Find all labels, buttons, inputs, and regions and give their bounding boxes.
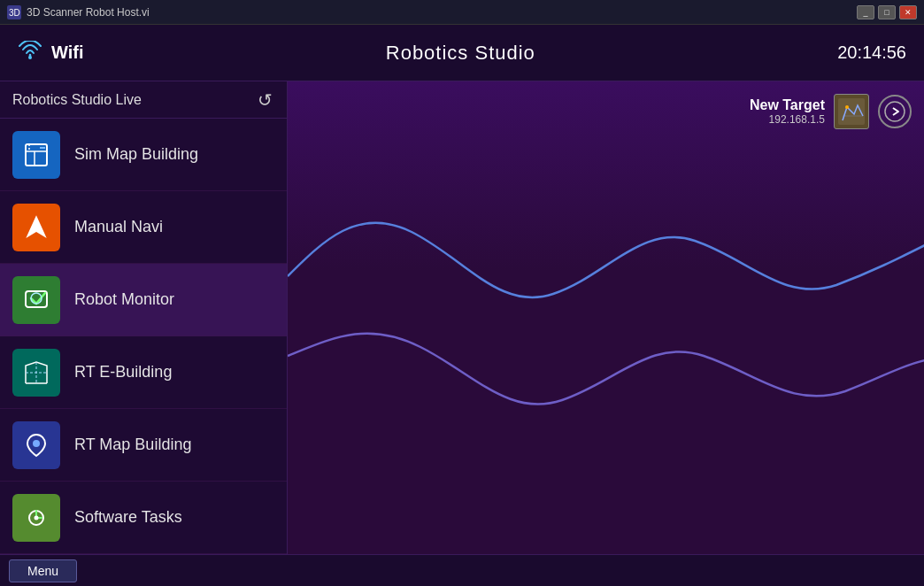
- sidebar-title: Robotics Studio Live: [12, 92, 142, 108]
- minimize-button[interactable]: _: [857, 5, 874, 19]
- rt-e-building-label: RT E-Building: [74, 363, 172, 382]
- sim-map-building-label: Sim Map Building: [74, 145, 198, 164]
- sim-map-building-icon: [12, 131, 60, 179]
- menu-button[interactable]: Menu: [9, 559, 77, 582]
- svg-point-7: [33, 440, 40, 447]
- sidebar-header: Robotics Studio Live ↺: [0, 81, 287, 119]
- canvas-area: New Target 192.168.1.5: [288, 81, 924, 554]
- svg-point-2: [28, 56, 32, 59]
- title-bar: 3D 3D Scanner Robot Host.vi _ □ ✕: [0, 0, 924, 25]
- app-icon: 3D: [7, 5, 21, 19]
- sidebar-item-manual-navi[interactable]: Manual Navi: [0, 191, 287, 264]
- bottom-bar: Menu: [0, 554, 924, 586]
- svg-marker-4: [27, 217, 45, 236]
- robot-monitor-label: Robot Monitor: [74, 290, 174, 309]
- svg-point-9: [35, 515, 39, 520]
- robot-monitor-icon: [12, 276, 60, 324]
- title-bar-controls[interactable]: _ □ ✕: [857, 5, 917, 19]
- sidebar-item-rt-e-building[interactable]: RT E-Building: [0, 336, 287, 409]
- app-title: Robotics Studio: [386, 42, 535, 65]
- refresh-icon[interactable]: ↺: [258, 89, 273, 111]
- main-content: Robotics Studio Live ↺ Sim Map Building …: [0, 81, 924, 554]
- title-bar-title: 3D Scanner Robot Host.vi: [27, 6, 150, 19]
- header: Wifi Robotics Studio 20:14:56: [0, 25, 924, 81]
- software-tasks-icon: [12, 494, 60, 542]
- maximize-button[interactable]: □: [878, 5, 896, 19]
- wave-visualization: [288, 81, 924, 554]
- sidebar-item-robot-monitor[interactable]: Robot Monitor: [0, 264, 287, 336]
- manual-navi-icon: [12, 204, 60, 251]
- close-button[interactable]: ✕: [899, 5, 917, 19]
- manual-navi-label: Manual Navi: [74, 218, 163, 236]
- sidebar: Robotics Studio Live ↺ Sim Map Building …: [0, 81, 288, 554]
- sidebar-item-sim-map-building[interactable]: Sim Map Building: [0, 119, 287, 191]
- nav-items: Sim Map Building Manual Navi Robot Monit…: [0, 119, 287, 554]
- clock: 20:14:56: [837, 42, 906, 63]
- title-bar-left: 3D 3D Scanner Robot Host.vi: [7, 5, 150, 19]
- sidebar-item-software-tasks[interactable]: Software Tasks: [0, 482, 287, 554]
- rt-map-building-label: RT Map Building: [74, 436, 191, 454]
- sidebar-item-rt-map-building[interactable]: RT Map Building: [0, 409, 287, 482]
- header-left: Wifi: [18, 41, 83, 66]
- wifi-icon: [18, 41, 42, 66]
- software-tasks-label: Software Tasks: [74, 508, 182, 527]
- rt-map-building-icon: [12, 421, 60, 469]
- svg-text:3D: 3D: [9, 8, 20, 18]
- rt-e-building-icon: [12, 349, 60, 397]
- wifi-label: Wifi: [51, 42, 83, 63]
